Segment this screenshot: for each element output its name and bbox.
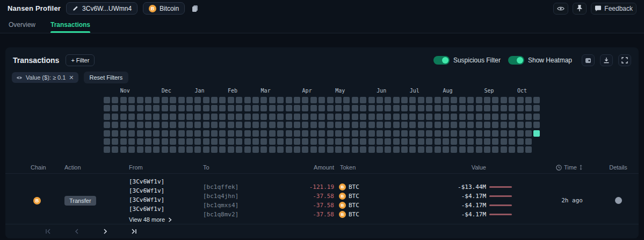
heatmap-cell[interactable] bbox=[525, 97, 532, 103]
heatmap-cell[interactable] bbox=[476, 122, 482, 128]
heatmap-cell[interactable] bbox=[203, 105, 209, 111]
heatmap-cell[interactable] bbox=[261, 105, 267, 111]
heatmap-cell[interactable] bbox=[418, 114, 424, 120]
chip-close-icon[interactable]: ✕ bbox=[69, 74, 74, 81]
heatmap-cell[interactable] bbox=[211, 130, 218, 137]
heatmap-cell[interactable] bbox=[352, 146, 358, 153]
heatmap-cell[interactable] bbox=[451, 114, 457, 120]
heatmap-cell[interactable] bbox=[203, 114, 209, 120]
heatmap-cell[interactable] bbox=[137, 97, 143, 103]
heatmap-cell[interactable] bbox=[343, 97, 350, 103]
heatmap-cell[interactable] bbox=[178, 97, 185, 103]
heatmap-cell[interactable] bbox=[443, 122, 449, 128]
heatmap-cell[interactable] bbox=[533, 105, 540, 111]
heatmap-cell[interactable] bbox=[211, 122, 218, 128]
pin-button[interactable] bbox=[573, 3, 587, 15]
heatmap-cell[interactable] bbox=[385, 146, 391, 153]
heatmap-cell[interactable] bbox=[525, 130, 532, 137]
heatmap-cell[interactable] bbox=[335, 138, 342, 145]
heatmap-cell[interactable] bbox=[310, 122, 317, 128]
heatmap-cell[interactable] bbox=[269, 122, 276, 128]
heatmap-cell[interactable] bbox=[492, 114, 498, 120]
heatmap-cell[interactable] bbox=[269, 114, 276, 120]
heatmap-cell[interactable] bbox=[401, 138, 408, 145]
heatmap-cell[interactable] bbox=[194, 146, 201, 153]
heatmap-cell[interactable] bbox=[277, 114, 284, 120]
heatmap-cell[interactable] bbox=[435, 122, 441, 128]
heatmap-cell[interactable] bbox=[467, 97, 474, 103]
heatmap-cell[interactable] bbox=[128, 138, 135, 145]
heatmap-cell[interactable] bbox=[186, 122, 193, 128]
heatmap-cell[interactable] bbox=[501, 146, 507, 153]
col-header-time[interactable]: Time bbox=[512, 164, 598, 171]
heatmap-cell[interactable] bbox=[170, 138, 176, 145]
heatmap-cell[interactable] bbox=[261, 138, 267, 145]
heatmap-cell[interactable] bbox=[252, 138, 259, 145]
heatmap-cell[interactable] bbox=[162, 122, 168, 128]
heatmap-cell[interactable] bbox=[360, 97, 366, 103]
heatmap-cell[interactable] bbox=[525, 138, 532, 145]
heatmap-cell[interactable] bbox=[286, 138, 292, 145]
heatmap-cell[interactable] bbox=[459, 146, 466, 153]
heatmap-cell[interactable] bbox=[145, 114, 151, 120]
heatmap-cell[interactable] bbox=[393, 97, 400, 103]
heatmap-cell[interactable] bbox=[244, 114, 251, 120]
heatmap-cell[interactable] bbox=[459, 114, 466, 120]
heatmap-cell[interactable] bbox=[409, 97, 416, 103]
show-heatmap-toggle[interactable]: Show Heatmap bbox=[508, 56, 572, 65]
heatmap-cell[interactable] bbox=[120, 114, 127, 120]
heatmap-cell[interactable] bbox=[484, 138, 490, 145]
heatmap-cell[interactable] bbox=[178, 138, 185, 145]
heatmap-cell[interactable] bbox=[525, 114, 532, 120]
heatmap-cell[interactable] bbox=[451, 146, 457, 153]
heatmap-cell[interactable] bbox=[128, 105, 135, 111]
heatmap-cell[interactable] bbox=[302, 105, 308, 111]
heatmap-cell[interactable] bbox=[294, 114, 300, 120]
heatmap-cell[interactable] bbox=[459, 130, 466, 137]
heatmap-cell[interactable] bbox=[162, 146, 168, 153]
heatmap-cell[interactable] bbox=[509, 138, 515, 145]
heatmap-cell[interactable] bbox=[443, 130, 449, 137]
heatmap-cell[interactable] bbox=[219, 130, 226, 137]
heatmap-cell[interactable] bbox=[459, 105, 466, 111]
heatmap-cell[interactable] bbox=[153, 97, 160, 103]
heatmap-cell[interactable] bbox=[244, 97, 251, 103]
heatmap-cell[interactable] bbox=[162, 105, 168, 111]
heatmap-cell[interactable] bbox=[128, 114, 135, 120]
heatmap-cell[interactable] bbox=[443, 97, 449, 103]
heatmap-cell[interactable] bbox=[368, 138, 375, 145]
heatmap-cell[interactable] bbox=[409, 130, 416, 137]
heatmap-cell[interactable] bbox=[377, 130, 383, 137]
heatmap-cell[interactable] bbox=[219, 122, 226, 128]
heatmap-cell[interactable] bbox=[319, 97, 325, 103]
heatmap-cell[interactable] bbox=[104, 105, 110, 111]
heatmap-cell[interactable] bbox=[153, 130, 160, 137]
heatmap-cell[interactable] bbox=[343, 130, 350, 137]
heatmap-cell[interactable] bbox=[484, 97, 490, 103]
to-address[interactable]: [bc1q4jhn] bbox=[203, 192, 281, 201]
heatmap-cell[interactable] bbox=[327, 97, 334, 103]
heatmap-cell[interactable] bbox=[153, 114, 160, 120]
heatmap-cell[interactable] bbox=[377, 138, 383, 145]
heatmap-cell[interactable] bbox=[533, 130, 540, 137]
heatmap-cell[interactable] bbox=[459, 97, 466, 103]
heatmap-cell[interactable] bbox=[360, 122, 366, 128]
heatmap-cell[interactable] bbox=[467, 114, 474, 120]
heatmap-cell[interactable] bbox=[194, 97, 201, 103]
to-address[interactable]: [bc1qmxs4] bbox=[203, 201, 281, 210]
heatmap-cell[interactable] bbox=[244, 122, 251, 128]
heatmap-cell[interactable] bbox=[533, 122, 540, 128]
heatmap-cell[interactable] bbox=[228, 114, 234, 120]
heatmap-cell[interactable] bbox=[203, 146, 209, 153]
to-address[interactable]: [bc1q8mv2] bbox=[203, 210, 281, 219]
heatmap-cell[interactable] bbox=[269, 138, 276, 145]
from-address[interactable]: [3Cv6Wf1v] bbox=[129, 177, 203, 186]
download-button[interactable] bbox=[600, 54, 613, 66]
heatmap-cell[interactable] bbox=[128, 146, 135, 153]
heatmap-cell[interactable] bbox=[236, 105, 242, 111]
heatmap-cell[interactable] bbox=[310, 146, 317, 153]
heatmap-cell[interactable] bbox=[120, 146, 127, 153]
heatmap-cell[interactable] bbox=[501, 122, 507, 128]
heatmap-cell[interactable] bbox=[211, 105, 218, 111]
heatmap-cell[interactable] bbox=[194, 105, 201, 111]
